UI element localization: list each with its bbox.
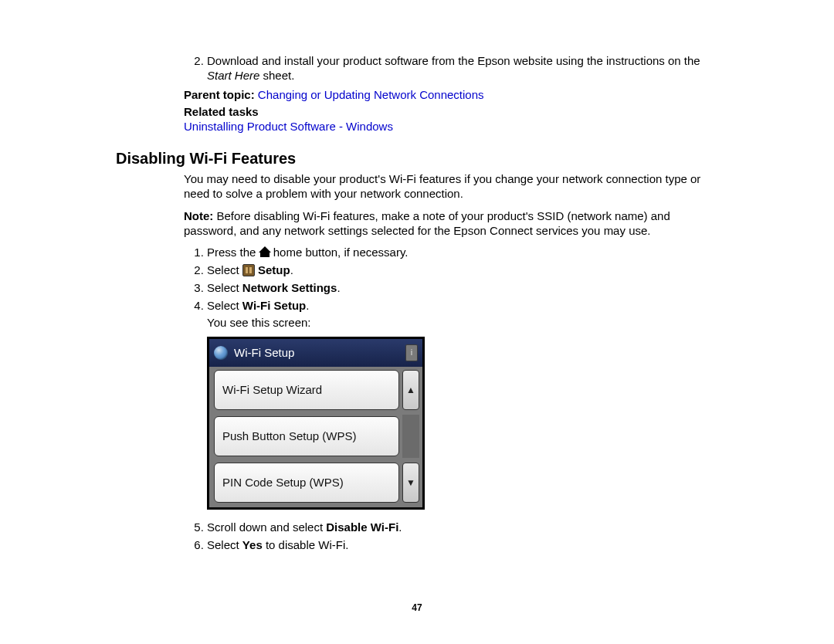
- steps-list: Press the home button, if necessary. Sel…: [116, 246, 718, 552]
- lcd-item-pushbutton: Push Button Setup (WPS): [214, 416, 399, 456]
- step-3: Select Network Settings.: [207, 281, 718, 296]
- related-tasks-label: Related tasks: [184, 105, 718, 118]
- start-here-italic: Start Here: [207, 69, 259, 82]
- scroll-down-icon: ▼: [402, 463, 419, 503]
- step-text: to disable Wi-Fi.: [263, 538, 349, 551]
- note-text: Before disabling Wi-Fi features, make a …: [184, 209, 670, 237]
- step-text: .: [306, 299, 309, 312]
- lcd-title: Wi-Fi Setup: [234, 346, 294, 361]
- step-text: Download and install your product softwa…: [207, 54, 700, 67]
- step-text: Select: [207, 263, 242, 276]
- step-text: Press the: [207, 246, 259, 259]
- step-text: .: [290, 263, 293, 276]
- home-icon: [259, 248, 270, 257]
- step-text: .: [398, 520, 402, 534]
- step-text: Select: [207, 538, 242, 551]
- step-text: Scroll down and select: [207, 520, 326, 534]
- network-settings-bold: Network Settings: [242, 281, 337, 294]
- step-1: Press the home button, if necessary.: [207, 246, 718, 260]
- you-see-text: You see this screen:: [207, 316, 718, 330]
- step-6: Select Yes to disable Wi-Fi.: [207, 538, 718, 553]
- note-label: Note:: [184, 209, 217, 222]
- section-heading: Disabling Wi-Fi Features: [116, 150, 718, 168]
- prior-step-list: Download and install your product softwa…: [116, 54, 718, 83]
- parent-topic-label: Parent topic:: [184, 88, 258, 101]
- related-task-link[interactable]: Uninstalling Product Software - Windows: [184, 120, 718, 133]
- step-2: Select Setup.: [207, 263, 718, 278]
- wifi-globe-icon: [214, 346, 228, 360]
- parent-topic-link[interactable]: Changing or Updating Network Connections: [258, 88, 484, 101]
- step-text: home button, if necessary.: [270, 246, 409, 259]
- disable-wifi-bold: Disable Wi-Fi: [326, 520, 398, 534]
- intro-paragraph: You may need to disable your product's W…: [184, 172, 718, 202]
- setup-bold: Setup: [255, 263, 290, 276]
- wifi-setup-bold: Wi-Fi Setup: [242, 299, 306, 312]
- step-text: .: [337, 281, 340, 294]
- scroll-track: [402, 415, 419, 458]
- lcd-scrollbar: ▲ ▼: [402, 370, 419, 503]
- step-text-after: sheet.: [259, 69, 294, 82]
- lcd-screenshot: Wi-Fi Setup i Wi-Fi Setup Wizard Push Bu…: [207, 337, 718, 510]
- setup-icon: [242, 264, 255, 276]
- lcd-item-pincode: PIN Code Setup (WPS): [214, 463, 399, 503]
- step-text: Select: [207, 299, 242, 312]
- info-icon: i: [405, 344, 418, 361]
- step-4: Select Wi-Fi Setup. You see this screen:…: [207, 299, 718, 510]
- lcd-item-wizard: Wi-Fi Setup Wizard: [214, 370, 399, 410]
- scroll-up-icon: ▲: [402, 370, 419, 410]
- step-text: Select: [207, 281, 242, 294]
- page-number: 47: [0, 602, 834, 613]
- prior-step-item: Download and install your product softwa…: [207, 54, 718, 83]
- yes-bold: Yes: [242, 538, 263, 551]
- step-5: Scroll down and select Disable Wi-Fi.: [207, 520, 718, 535]
- lcd-header: Wi-Fi Setup i: [209, 339, 422, 367]
